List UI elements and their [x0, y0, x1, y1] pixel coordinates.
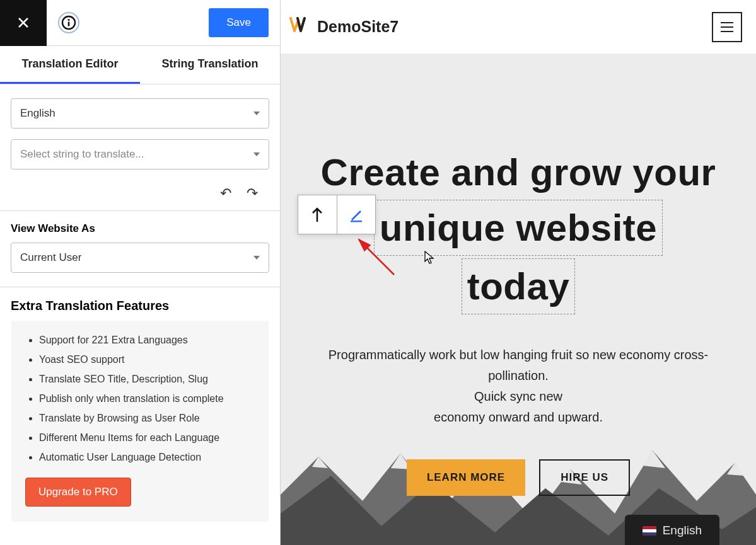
menu-button[interactable]: [712, 12, 742, 42]
extra-features-list: Support for 221 Extra Languages Yoast SE…: [25, 335, 255, 463]
site-header: DemoSite7: [281, 0, 756, 54]
hero-subtext: Programmatically work but low hanging fr…: [298, 345, 738, 428]
language-select[interactable]: English: [11, 98, 269, 129]
string-select-placeholder: Select string to translate...: [20, 148, 144, 161]
sidebar-topbar: Save: [0, 0, 280, 46]
chevron-down-icon: [253, 152, 260, 156]
hire-us-button[interactable]: HIRE US: [539, 459, 630, 496]
list-item: Publish only when translation is complet…: [39, 393, 255, 404]
list-item: Translate SEO Title, Description, Slug: [39, 374, 255, 385]
site-preview: DemoSite7 Create and grow your unique we…: [281, 0, 756, 545]
hero-sub-line3: economy onward and upward.: [298, 407, 738, 428]
list-item: Translate by Browsing as User Role: [39, 413, 255, 424]
hero-heading-line3[interactable]: today: [462, 258, 576, 314]
inline-edit-toolbar: [298, 195, 376, 234]
hero-sub-line2: Quick sync new: [298, 386, 738, 407]
language-switcher[interactable]: English: [625, 515, 719, 545]
tab-string-translation[interactable]: String Translation: [140, 46, 280, 84]
list-item: Yoast SEO support: [39, 354, 255, 365]
svg-rect-4: [351, 221, 362, 222]
redo-button[interactable]: ↷: [247, 185, 258, 202]
extra-features-box: Support for 221 Extra Languages Yoast SE…: [11, 321, 269, 522]
tabs: Translation Editor String Translation: [0, 46, 280, 84]
view-as-select[interactable]: Current User: [11, 243, 269, 273]
translation-sidebar: Save Translation Editor String Translati…: [0, 0, 281, 545]
view-as-title: View Website As: [0, 211, 280, 243]
hero-heading-line1: Create and grow your: [298, 145, 738, 200]
view-as-value: Current User: [20, 251, 81, 264]
chevron-down-icon: [253, 112, 260, 115]
hero-content: Create and grow your unique website toda…: [281, 54, 756, 496]
learn-more-button[interactable]: LEARN MORE: [407, 459, 525, 496]
list-item: Support for 221 Extra Languages: [39, 335, 255, 346]
hero-section: Create and grow your unique website toda…: [281, 54, 756, 545]
extra-features-title: Extra Translation Features: [0, 287, 280, 321]
site-logo[interactable]: [289, 17, 310, 37]
us-flag-icon: [643, 526, 656, 536]
undo-button[interactable]: ↶: [220, 185, 231, 202]
hero-sub-line1: Programmatically work but low hanging fr…: [298, 345, 738, 386]
info-icon[interactable]: [47, 11, 91, 34]
merge-up-button[interactable]: [298, 195, 337, 234]
list-item: Different Menu Items for each Language: [39, 432, 255, 444]
hero-buttons: LEARN MORE HIRE US: [298, 459, 738, 496]
arrow-up-icon: [310, 206, 324, 224]
upgrade-pro-button[interactable]: Upgrade to PRO: [25, 478, 131, 507]
svg-rect-3: [68, 22, 70, 26]
extra-features-section: Extra Translation Features Support for 2…: [0, 287, 280, 533]
edit-string-button[interactable]: [337, 195, 376, 234]
undo-redo-bar: ↶ ↷: [11, 180, 269, 202]
translate-panel: English Select string to translate... ↶ …: [0, 84, 280, 211]
list-item: Automatic User Language Detection: [39, 452, 255, 463]
chevron-down-icon: [253, 256, 260, 260]
svg-point-2: [67, 19, 69, 21]
tab-translation-editor[interactable]: Translation Editor: [0, 46, 140, 84]
close-button[interactable]: [0, 0, 47, 46]
hamburger-icon: [721, 22, 733, 32]
hero-heading-line2[interactable]: unique website: [374, 200, 663, 256]
view-as-section: View Website As Current User: [0, 211, 280, 287]
language-select-value: English: [20, 107, 55, 120]
save-button[interactable]: Save: [209, 8, 269, 37]
pencil-icon: [348, 207, 364, 223]
site-title: DemoSite7: [317, 18, 398, 36]
string-select[interactable]: Select string to translate...: [11, 139, 269, 169]
language-switcher-label: English: [663, 524, 702, 537]
close-icon: [16, 15, 31, 30]
